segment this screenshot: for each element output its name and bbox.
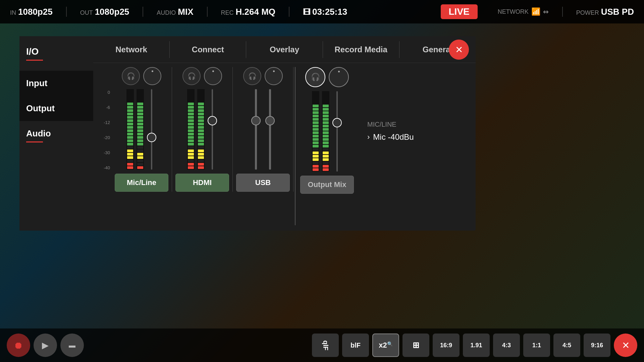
output-mix-fader-handle[interactable]: [332, 118, 342, 127]
output-mix-meter-right: [322, 91, 329, 172]
tabs-header: Network Connect Overlay Record Media Gen…: [93, 36, 476, 63]
output-mix-level-knob[interactable]: [329, 67, 349, 87]
audio-value: MIX: [178, 7, 193, 17]
bottom-close-button[interactable]: ✕: [614, 334, 637, 357]
sidebar: I/O Input Output Audio: [19, 36, 93, 231]
time-value: 03:25:13: [312, 7, 347, 17]
grid-button[interactable]: ⊞: [402, 334, 429, 357]
display-button[interactable]: ▬: [60, 334, 84, 357]
network-area: NETWORK 📶 ⇔: [498, 7, 549, 16]
in-value: 1080p25: [18, 7, 53, 17]
hdmi-meters: [187, 89, 217, 170]
out-format: OUT 1080p25: [80, 7, 129, 17]
channel-mic-line: 🎧: [111, 67, 172, 192]
out-label: OUT: [80, 9, 93, 16]
play-button[interactable]: ▶: [34, 334, 57, 357]
mic-line-level-knob[interactable]: [143, 67, 161, 85]
output-mix-headphone-knob[interactable]: 🎧: [305, 67, 325, 87]
power-area: POWER USB PD: [576, 7, 634, 17]
main-panel: I/O Input Output Audio Network Connect O: [19, 36, 476, 231]
channel-hdmi: 🎧: [172, 67, 233, 192]
hdmi-headphone-knob[interactable]: 🎧: [182, 67, 201, 85]
divider-1: [66, 7, 67, 17]
zoom-2x-button[interactable]: x2 🔍: [372, 334, 399, 357]
channel-usb: 🎧: [233, 67, 293, 192]
flip-horizontal-button[interactable]: blF: [342, 334, 369, 357]
channel-output-mix: 🎧: [297, 67, 357, 194]
in-label: IN: [10, 9, 16, 16]
ratio-4-5-button[interactable]: 4:5: [553, 334, 580, 357]
hdmi-button[interactable]: HDMI: [175, 174, 229, 192]
section-divider: [295, 67, 296, 225]
sidebar-item-io[interactable]: I/O: [19, 40, 93, 71]
meter-right: [137, 89, 144, 170]
zoom-2x-label: x2: [379, 341, 387, 350]
mic-line-fader[interactable]: [147, 89, 157, 170]
play-icon: ▶: [42, 340, 49, 351]
meter-left: [126, 89, 134, 170]
usb-fader-right[interactable]: [266, 89, 274, 170]
output-mix-meters: [312, 91, 342, 172]
audio-content: 0 -6 -12 -20 -30 -40 🎧: [93, 63, 476, 231]
sidebar-item-input[interactable]: Input: [19, 71, 93, 96]
flip-vertical-button[interactable]: qlF: [312, 334, 339, 357]
top-bar: IN 1080p25 OUT 1080p25 AUDIO MIX REC H.2…: [0, 0, 644, 23]
rec-format: REC H.264 MQ: [221, 7, 276, 17]
mic-line-info: MIC/LINE › Mic -40dBu: [357, 114, 424, 148]
record-button[interactable]: ⏺: [7, 334, 30, 357]
audio-label: AUDIO: [157, 9, 176, 16]
output-mix-fader[interactable]: [332, 91, 342, 172]
usb-faders: [252, 89, 274, 170]
ratio-1-1-button[interactable]: 1:1: [523, 334, 550, 357]
power-label: POWER: [576, 9, 599, 16]
hdmi-fader[interactable]: [207, 89, 217, 170]
usb-fader-left[interactable]: [252, 89, 260, 170]
output-mix-knobs: 🎧: [305, 67, 349, 87]
divider-2: [143, 7, 143, 17]
wifi-icon: 📶: [531, 7, 540, 16]
ratio-4-3-button[interactable]: 4:3: [493, 334, 520, 357]
close-button[interactable]: ✕: [449, 40, 469, 60]
hdmi-level-knob[interactable]: [204, 67, 222, 85]
mic-line-value: Mic -40dBu: [373, 132, 414, 142]
ratio-9-16-button[interactable]: 9:16: [584, 334, 610, 357]
usb-level-knob[interactable]: [265, 67, 283, 85]
tabs-area: Network Connect Overlay Record Media Gen…: [93, 36, 476, 231]
mic-line-label: MIC/LINE: [367, 121, 414, 128]
hdmi-fader-handle[interactable]: [208, 116, 217, 125]
usb-button[interactable]: USB: [236, 174, 290, 192]
divider-3: [207, 7, 208, 17]
mic-line-knobs: 🎧: [122, 67, 161, 85]
close-icon: ✕: [622, 340, 630, 351]
tab-record-media[interactable]: Record Media: [323, 42, 399, 58]
mic-line-fader-handle[interactable]: [147, 133, 156, 142]
mic-line-selector[interactable]: › Mic -40dBu: [367, 132, 414, 142]
usb-fader-right-handle[interactable]: [265, 116, 275, 125]
sidebar-item-audio[interactable]: Audio: [19, 121, 93, 150]
in-format: IN 1080p25: [10, 7, 53, 17]
hdmi-meter-right: [197, 89, 205, 170]
usb-headphone-knob[interactable]: 🎧: [243, 67, 261, 85]
tab-overlay[interactable]: Overlay: [246, 42, 322, 58]
timecode: 🎞 03:25:13: [303, 7, 347, 17]
power-value: USB PD: [601, 7, 634, 17]
vu-scale: 0 -6 -12 -20 -30 -40: [100, 90, 110, 170]
sidebar-item-output[interactable]: Output: [19, 96, 93, 121]
divider-4: [289, 7, 289, 17]
output-mix-button[interactable]: Output Mix: [300, 176, 354, 194]
out-value: 1080p25: [95, 7, 129, 17]
ratio-16-9-button[interactable]: 16:9: [433, 334, 460, 357]
display-icon: ▬: [69, 342, 75, 349]
mic-line-button[interactable]: Mic/Line: [115, 174, 168, 192]
record-icon: ⏺: [14, 340, 23, 351]
usb-knobs: 🎧: [243, 67, 283, 85]
rec-value: H.264 MQ: [236, 7, 276, 17]
mic-line-meters: [126, 89, 157, 170]
mic-line-headphone-knob[interactable]: 🎧: [122, 67, 140, 85]
usb-fader-left-handle[interactable]: [251, 116, 261, 125]
ratio-1-91-button[interactable]: 1.91: [463, 334, 490, 357]
live-button[interactable]: LIVE: [441, 4, 478, 19]
rec-label: REC: [221, 9, 234, 16]
tab-network[interactable]: Network: [93, 42, 169, 58]
tab-connect[interactable]: Connect: [170, 42, 246, 58]
